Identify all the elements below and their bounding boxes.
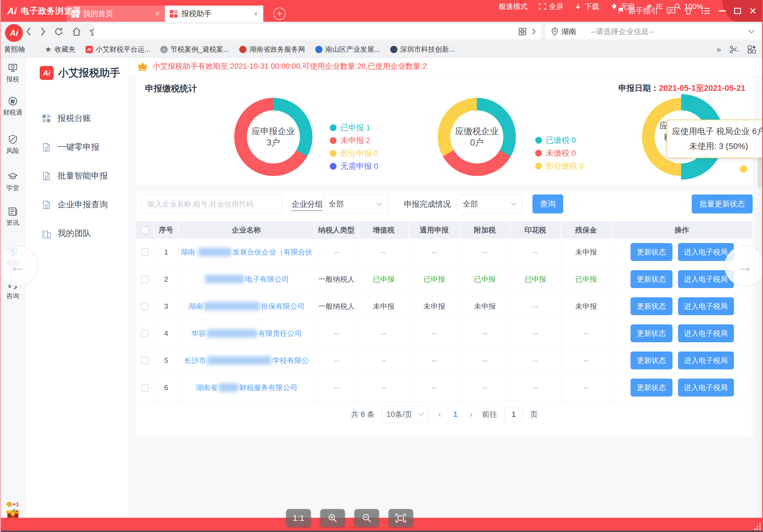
back-icon[interactable]	[26, 27, 32, 37]
zoom-in-button[interactable]	[320, 509, 345, 527]
legend-item[interactable]: 部分申报 0	[330, 149, 378, 158]
goto-page-input[interactable]	[504, 406, 523, 422]
statusbar-item-1[interactable]: 极速模式	[498, 2, 528, 11]
current-page[interactable]: 1	[451, 410, 460, 419]
search-input[interactable]	[141, 194, 282, 213]
legend-item[interactable]: 已申报 1	[330, 123, 378, 133]
enter-tax-bureau-button[interactable]: 进入电子税局	[678, 352, 734, 370]
refresh-icon[interactable]	[54, 27, 64, 37]
redacted-text	[205, 275, 244, 283]
update-status-button[interactable]: 更新状态	[630, 243, 673, 261]
scissors-icon[interactable]	[729, 45, 739, 53]
menu-list-button[interactable]	[701, 7, 710, 15]
feedback-button[interactable]	[667, 7, 676, 15]
legend-dot-icon[interactable]	[740, 165, 747, 173]
fit-screen-button[interactable]	[388, 509, 413, 527]
bookmark-item[interactable]: Ai小艾财税平台运...	[85, 45, 150, 54]
rail-item-5[interactable]: 资讯	[0, 206, 26, 227]
zoom-reset-button[interactable]: 1:1	[286, 509, 311, 527]
update-status-button[interactable]: 更新状态	[630, 324, 673, 342]
bookmark-item[interactable]: 南山区产业发展...	[315, 45, 380, 54]
company-name-link[interactable]: 长沙市学校有限公	[178, 347, 315, 374]
row-checkbox[interactable]	[141, 249, 149, 256]
prev-page-icon[interactable]: ‹	[436, 410, 443, 419]
new-tab-button[interactable]: +	[273, 8, 286, 20]
bulk-update-button[interactable]: 批量更新状态	[692, 194, 753, 213]
legend-item[interactable]: 无需申报 0	[330, 161, 378, 171]
apps-grid-icon[interactable]	[518, 27, 526, 36]
group-filter-select[interactable]: 全部	[323, 194, 388, 213]
bookmark-item[interactable]: ★收藏夹	[45, 45, 75, 54]
tab-tax-assistant[interactable]: 报税助手 ×	[165, 6, 263, 22]
legend-item[interactable]: 已缴税 0	[535, 136, 584, 145]
page-size-select[interactable]: 10条/页	[382, 406, 429, 422]
table-row: 4华容有限责任公司------------更新状态进入电子税局	[136, 320, 753, 347]
update-status-button[interactable]: 更新状态	[630, 352, 673, 370]
enter-tax-bureau-button[interactable]: 进入电子税局	[678, 378, 734, 396]
rail-item-4[interactable]: 学堂	[0, 171, 26, 192]
update-status-button[interactable]: 更新状态	[630, 297, 673, 315]
sidebar-item-3[interactable]: 批量智能申报	[26, 161, 128, 190]
row-checkbox[interactable]	[141, 275, 149, 283]
next-page-icon[interactable]: ›	[468, 410, 475, 419]
statusbar-item-3[interactable]: 下载	[575, 2, 599, 11]
company-select[interactable]: 湖南 --请选择企业信息--	[546, 24, 761, 39]
rail-item-3[interactable]: 风险	[0, 134, 26, 155]
sidebar-item-1[interactable]: 报税台账	[26, 104, 128, 133]
layout-grid-icon[interactable]	[747, 45, 756, 54]
company-name-link[interactable]: 湖南省财税服务有限公司	[178, 374, 315, 401]
company-name-link[interactable]: 湖南·发展合伙企业（有限合伙	[178, 239, 315, 266]
status-cell: --	[561, 347, 611, 374]
tab-close-icon[interactable]: ×	[253, 9, 258, 18]
home-icon[interactable]	[71, 27, 82, 37]
maximize-button[interactable]	[734, 8, 741, 14]
tab-label: 报税助手	[181, 9, 249, 19]
bookmark-item[interactable]: 湖南省政务服务网	[239, 45, 305, 54]
rail-item-1[interactable]: 报税	[0, 62, 26, 83]
globe-icon: ◎	[161, 46, 168, 53]
legend-item[interactable]: 部分缴税 0	[535, 161, 584, 171]
row-checkbox[interactable]	[141, 357, 149, 364]
chevron-right-icon[interactable]	[532, 28, 536, 35]
header-cell: 残保金	[561, 221, 611, 239]
status-filter-select[interactable]: 全部	[457, 194, 523, 213]
query-button[interactable]: 查询	[532, 194, 563, 213]
row-checkbox[interactable]	[141, 384, 149, 391]
select-all-checkbox[interactable]	[141, 226, 149, 234]
bookmark-item[interactable]: ◎节税案例_避税案...	[161, 45, 229, 54]
sidebar-item-5[interactable]: 我的团队	[26, 219, 128, 248]
row-checkbox[interactable]	[141, 330, 149, 337]
address-bar[interactable]	[94, 24, 541, 39]
legend-item[interactable]: 未申报 2	[330, 136, 378, 145]
minimize-button[interactable]	[718, 10, 726, 11]
close-button[interactable]: ×	[749, 5, 756, 17]
row-checkbox[interactable]	[141, 303, 149, 310]
zoom-out-button[interactable]	[354, 509, 379, 527]
tab-home[interactable]: 我的首页 ×	[66, 6, 165, 22]
tab-close-icon[interactable]: ×	[155, 9, 160, 18]
bookmark-item[interactable]: 深圳市科技创新...	[390, 45, 455, 54]
enter-tax-bureau-button[interactable]: 进入电子税局	[678, 297, 734, 315]
company-name-link[interactable]: 华容有限责任公司	[178, 320, 315, 347]
sidebar-item-4[interactable]: 企业申报查询	[26, 190, 128, 219]
rail-item-2[interactable]: 财财税通	[0, 96, 26, 117]
location-chip[interactable]: 湖南	[551, 27, 584, 37]
update-status-button[interactable]: 更新状态	[630, 270, 673, 288]
user-avatar[interactable]: Ai	[5, 24, 23, 42]
enter-tax-bureau-button[interactable]: 进入电子税局	[678, 243, 734, 261]
sidebar-item-2[interactable]: 一键零申报	[26, 133, 128, 161]
statusbar-item-2[interactable]: 全屏	[539, 2, 564, 11]
update-status-button[interactable]: 更新状态	[630, 378, 673, 396]
scrollbar[interactable]	[758, 133, 762, 519]
company-name-link[interactable]: 湖南担保有限公司	[178, 293, 315, 320]
bookmarks-overflow-icon[interactable]: »	[716, 45, 721, 54]
bookmark-favicon	[315, 46, 323, 53]
company-name-link[interactable]: 电子有限公司	[178, 266, 315, 292]
enter-tax-bureau-button[interactable]: 进入电子税局	[678, 324, 734, 342]
forward-icon[interactable]	[40, 27, 46, 37]
legend-item[interactable]: 未缴税 0	[535, 148, 584, 158]
resize-grip[interactable]	[753, 522, 761, 530]
skin-button[interactable]	[684, 7, 693, 15]
newbie-guide-button[interactable]: 新手指引	[617, 6, 658, 16]
carousel-next-button[interactable]: →	[724, 246, 763, 286]
